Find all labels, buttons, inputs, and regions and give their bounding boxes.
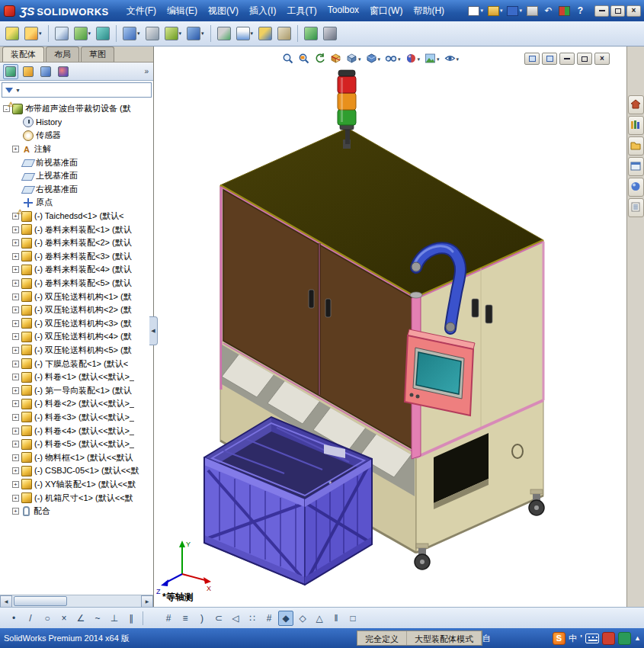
expander-icon[interactable]: + [12,226,19,233]
tree-item[interactable]: +(-) 机箱尺寸<1> (默认<<默 [0,491,153,505]
appearances-scenes-tab[interactable] [628,178,644,197]
tree-item[interactable]: 上视基准面 [0,169,153,183]
bill-of-materials-button[interactable]: ▾ [235,24,255,43]
open-document-button[interactable]: ▾ [486,3,505,18]
tree-item[interactable]: History [0,116,153,130]
window-cascade-button[interactable] [524,53,540,65]
expander-icon[interactable]: + [12,320,19,327]
menu-item[interactable]: Toolbox [322,2,364,21]
expander-icon[interactable]: + [12,253,19,260]
tree-item[interactable]: +(-) 双压轮送料机构<2> (默 [0,303,153,317]
document-restore-button[interactable] [577,53,592,65]
tree-item[interactable]: +(-) 物料框<1> (默认<<默认 [0,451,153,464]
edit-component-button[interactable] [4,24,21,43]
tree-item[interactable]: +(-) 下膜总装配<1> (默认< [0,357,153,371]
convert-entities-button[interactable]: ⊂ [211,611,226,626]
sketch-line-button[interactable]: / [23,611,38,626]
section-view-button[interactable] [328,51,343,68]
menu-item[interactable]: 视图(V) [203,2,244,21]
panel-collapse-handle[interactable]: ◀ [149,316,158,345]
mate-button[interactable] [53,24,70,43]
display-style-button[interactable]: ▾ [364,51,383,68]
ime-punctuation-icon[interactable]: ’ [580,634,582,643]
tree-item[interactable]: +(-) 料卷<1> (默认<<默认>_ [0,371,153,384]
update-speedpak-button[interactable] [303,24,319,43]
reference-geometry-button[interactable]: ▾ [185,24,206,43]
menu-item[interactable]: 工具(T) [281,2,322,21]
document-minimize-button[interactable] [559,53,575,65]
propertymanager-tab[interactable] [21,64,36,79]
tree-item[interactable]: +(-) 双压轮送料机构<4> (默 [0,330,153,344]
expander-icon[interactable]: + [12,294,19,300]
assembly-features-button[interactable]: ▾ [163,24,184,43]
close-button[interactable]: × [626,5,641,17]
show-hidden-components-button[interactable] [144,24,161,43]
expander-icon[interactable]: + [12,361,19,367]
tree-item[interactable]: +(-) 第一导向装配<1> (默认 [0,383,153,397]
menu-item[interactable]: 窗口(W) [364,2,408,21]
instant3d-button[interactable] [276,24,293,43]
maximize-button[interactable] [610,5,625,17]
view-palette-tab[interactable] [628,157,644,176]
save-document-button[interactable]: ▾ [505,3,524,18]
tray-green-icon[interactable] [618,632,631,645]
take-snapshot-button[interactable] [322,24,338,43]
tree-item[interactable]: 右视基准面 [0,183,153,197]
tree-item[interactable]: +(-) CSBJC-05<1> (默认<<默 [0,464,153,478]
tree-item[interactable]: +(-) 双压轮送料机构<1> (默 [0,290,153,303]
expander-icon[interactable]: + [12,508,19,515]
tree-item[interactable]: +(-) 料卷<3> (默认<<默认>_ [0,411,153,425]
tree-item[interactable]: +(-) 卷料来料装配<2> (默认 [0,236,153,250]
graphics-viewport[interactable]: * Y X Z ▾▾▾▾▾▾ × *等轴测 [155,47,626,607]
tray-red-icon[interactable] [602,632,615,645]
tree-item[interactable]: +(-) 卷料来料装配<1> (默认 [0,223,153,236]
tree-item[interactable]: +(-) 料卷<4> (默认<<默认>_ [0,424,153,438]
sketch-perpendicular-button[interactable]: ⊥ [107,611,122,626]
view-settings-button[interactable]: ▾ [443,51,461,68]
move-component-button[interactable]: ▾ [121,24,142,43]
wireframe-button[interactable]: ◇ [295,611,310,626]
menu-item[interactable]: 帮助(H) [408,2,450,21]
insert-component-button[interactable]: ▾ [23,24,43,43]
expander-icon[interactable]: + [12,454,19,461]
zoom-fit-button[interactable] [280,51,295,68]
panel-tab-3[interactable]: 草图 [81,47,114,62]
tree-item[interactable]: 前视基准面 [0,156,153,169]
design-library-tab[interactable] [628,116,644,135]
tree-item[interactable]: -⚠布带超声波自带裁切设备 (默 [0,102,153,116]
minimize-button[interactable] [594,5,609,17]
tree-item[interactable]: +(-) 双压轮送料机构<3> (默 [0,317,153,331]
expander-icon[interactable]: + [12,333,19,340]
smart-fasteners-button[interactable] [95,24,111,43]
undo-button[interactable]: ↶ [541,3,556,18]
expander-icon[interactable]: + [12,481,19,488]
edit-appearance-button[interactable]: ▾ [404,51,422,68]
tree-item[interactable]: +(-) 卷料来料装配<5> (默认 [0,277,153,290]
expander-icon[interactable]: + [12,441,19,448]
sketch-erase-button[interactable]: × [56,611,72,626]
tray-expand-icon[interactable]: ▲ [634,634,641,642]
expander-icon[interactable]: + [12,146,19,152]
display-grid-button[interactable]: # [261,611,277,626]
sketch-point-button[interactable]: • [6,611,21,626]
expander-icon[interactable]: + [12,467,19,474]
tree-horizontal-scrollbar[interactable]: ◀ ▶ [0,595,153,607]
hide-show-items-button[interactable]: ▾ [383,51,402,68]
tree-item[interactable]: +(-) 料卷<5> (默认<<默认>_ [0,438,153,451]
custom-properties-tab[interactable] [628,198,644,217]
shaded-with-edges-button[interactable]: ◆ [278,611,293,626]
expander-icon[interactable]: + [12,306,19,313]
apply-scene-button[interactable]: ▾ [423,51,441,68]
tree-filter[interactable]: ▼ [2,82,152,98]
sketch-parallel-button[interactable]: ∥ [123,611,139,626]
offset-entities-button[interactable]: ) [194,611,210,626]
expander-icon[interactable]: + [12,495,19,502]
tree-item[interactable]: +(-) XY轴装配<1> (默认<<默 [0,478,153,492]
help-button[interactable]: ? [573,3,588,18]
expander-icon[interactable]: + [12,414,19,421]
close-pane-button[interactable]: □ [345,611,360,626]
keyboard-icon[interactable] [585,634,599,643]
expander-icon[interactable]: + [12,239,19,246]
tree-item[interactable]: 原点 [0,196,153,210]
featuremanager-tab[interactable] [3,64,18,79]
